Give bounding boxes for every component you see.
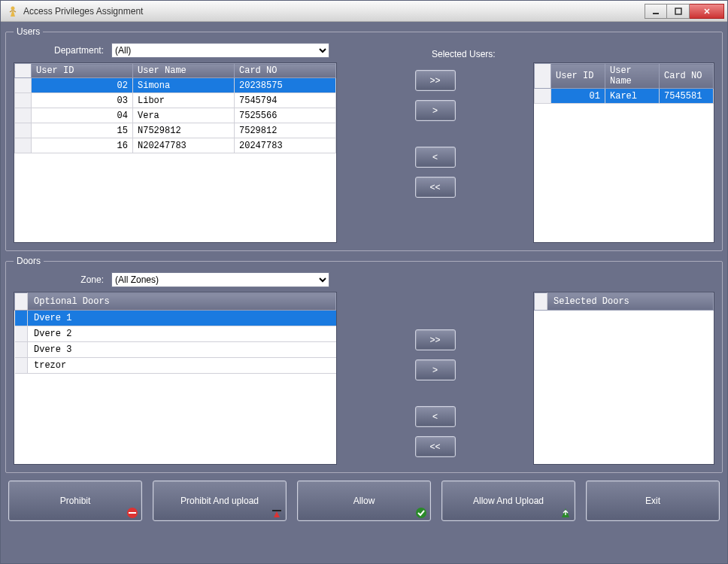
column-header[interactable]: User Name [133,64,235,78]
table-row[interactable]: Dvere 1 [15,311,336,326]
close-button[interactable] [690,4,724,19]
allow-icon [415,507,427,519]
column-header[interactable]: User Name [605,64,660,89]
table-row[interactable]: 15N75298127529812 [15,123,336,138]
minimize-button[interactable] [645,4,667,19]
users-panel: Users Department: (All) Selected Users: [5,26,723,251]
exit-label: Exit [645,496,660,506]
column-header[interactable]: Card NO [660,64,714,89]
column-header[interactable]: Card NO [235,64,336,78]
doors-move-all-left-button[interactable]: << [415,436,456,457]
zone-label: Zone: [14,274,104,285]
maximize-button[interactable] [667,4,690,19]
action-bar: Prohibit Prohibit And upload Allow Allow… [5,478,723,527]
app-icon [7,5,19,17]
column-header[interactable]: Optional Doors [28,293,336,311]
department-label: Department: [14,45,104,56]
svg-rect-5 [272,510,281,511]
window-title: Access Privileges Assignment [23,6,645,17]
users-grid[interactable]: User IDUser NameCard NO02Simona202385750… [14,62,337,243]
users-legend: Users [14,26,43,37]
department-select[interactable]: (All) [111,43,329,58]
client-area: Users Department: (All) Selected Users: [1,22,727,563]
column-header[interactable]: User ID [32,64,133,78]
department-filter: Department: (All) [14,43,344,58]
table-row[interactable]: 16N2024778320247783 [15,138,336,153]
titlebar: Access Privileges Assignment [1,1,727,22]
allow-button[interactable]: Allow [297,481,431,521]
prohibit-label: Prohibit [60,496,91,506]
allow-label: Allow [353,496,375,506]
doors-move-left-button[interactable]: < [415,406,456,427]
table-row[interactable]: 04Vera7525566 [15,108,336,123]
table-row[interactable]: 02Simona20238575 [15,78,336,93]
prohibit-icon [126,507,138,519]
column-header[interactable]: User ID [551,64,605,89]
doors-legend: Doors [14,256,44,266]
selected-doors-grid[interactable]: Selected Doors [533,292,714,465]
svg-point-0 [11,6,15,10]
table-row[interactable]: 01Karel7545581 [535,89,714,104]
svg-rect-4 [129,512,136,514]
selected-users-label: Selected Users: [432,49,496,59]
svg-rect-1 [653,13,659,14]
doors-move-right-button[interactable]: > [415,359,456,381]
allow-upload-button[interactable]: Allow And Upload [441,481,575,521]
doors-panel: Doors Zone: (All Zones) Optional DoorsDv… [5,256,723,473]
allow-upload-label: Allow And Upload [473,496,544,506]
zone-select[interactable]: (All Zones) [111,272,329,287]
svg-point-6 [416,508,426,518]
selected-users-grid[interactable]: User IDUser NameCard NO01Karel7545581 [533,62,714,243]
prohibit-upload-label: Prohibit And upload [180,496,259,506]
app-window: Access Privileges Assignment Users Depar… [0,0,728,564]
column-header[interactable]: Selected Doors [548,293,714,311]
table-row[interactable]: 03Libor7545794 [15,93,336,108]
users-move-left-button[interactable]: < [415,147,456,168]
allow-upload-icon [560,507,572,519]
users-move-all-left-button[interactable]: << [415,177,456,198]
svg-rect-2 [675,8,681,14]
upload-icon [271,507,283,519]
window-buttons [645,4,724,19]
users-move-right-button[interactable]: > [415,100,456,121]
doors-move-all-right-button[interactable]: >> [415,329,456,350]
users-move-all-right-button[interactable]: >> [415,70,456,91]
prohibit-upload-button[interactable]: Prohibit And upload [153,481,287,521]
optional-doors-grid[interactable]: Optional DoorsDvere 1Dvere 2Dvere 3trezo… [14,292,337,465]
zone-filter: Zone: (All Zones) [14,272,714,287]
table-row[interactable]: Dvere 2 [15,326,336,342]
table-row[interactable]: Dvere 3 [15,342,336,358]
prohibit-button[interactable]: Prohibit [8,481,142,521]
table-row[interactable]: trezor [15,358,336,374]
exit-button[interactable]: Exit [586,481,720,521]
